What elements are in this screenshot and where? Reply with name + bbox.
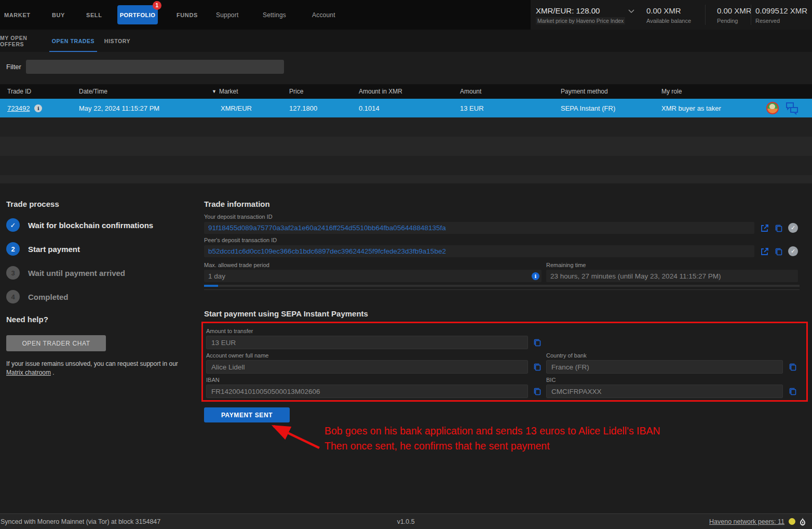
trade-id-link[interactable]: 723492 (7, 104, 30, 112)
table-row[interactable]: 723492 i May 22, 2024 11:15:27 PM XMR/EU… (0, 99, 812, 117)
copy-amount-icon[interactable] (533, 338, 542, 347)
account-owner-field: Alice Lidell (206, 360, 528, 374)
col-my-role[interactable]: My role (661, 88, 812, 95)
support-help-text: If your issue remains unsolved, you can … (6, 360, 183, 377)
sync-status: Synced with Monero Mainnet (via Tor) at … (1, 514, 160, 529)
step-1-check-icon: ✓ (6, 218, 20, 232)
step-2-label: Start payment (28, 245, 80, 254)
portfolio-notification-badge: 1 (153, 1, 161, 10)
divider (705, 5, 706, 25)
copy-icon[interactable] (774, 223, 783, 233)
support-help-line1: If your issue remains unsolved, you can … (6, 360, 183, 368)
balance-reserved-value: 0.099512 XMR (755, 6, 807, 15)
empty-table-row (0, 156, 812, 175)
trader-chat-icon[interactable] (785, 101, 799, 115)
trade-process-title: Trade process (6, 200, 59, 208)
nav-sell[interactable]: SELL (86, 0, 102, 30)
annotation-line-1: Bob goes on his bank application and sen… (324, 424, 660, 439)
trade-id-cell: 723492 i (7, 104, 79, 112)
empty-table-row (0, 117, 812, 137)
empty-table-row (0, 137, 812, 156)
col-market-label: Market (219, 88, 238, 95)
remaining-time-label: Remaining time (546, 262, 586, 268)
tab-open-trades[interactable]: OPEN TRADES (48, 30, 99, 52)
amount-to-transfer-field: 13 EUR (206, 336, 528, 349)
tab-history[interactable]: HISTORY (99, 30, 136, 52)
market-cell: XMR/EUR (212, 104, 289, 112)
open-trader-chat-button[interactable]: OPEN TRADER CHAT (6, 335, 106, 351)
step-4-number: 4 (6, 290, 20, 303)
verified-check-icon (788, 246, 798, 256)
step-3-number: 3 (6, 266, 20, 280)
nav-settings[interactable]: Settings (263, 0, 286, 30)
nav-support[interactable]: Support (216, 0, 238, 30)
chevron-down-icon (628, 9, 634, 14)
market-price-widget: XMR/EUR: 128.00 Market price by Haveno P… (531, 0, 812, 30)
balance-pending-value: 0.00 XMR (717, 6, 752, 15)
copy-country-icon[interactable] (788, 362, 797, 372)
col-date-time[interactable]: Date/Time (79, 88, 212, 95)
top-navigation: MARKET BUY SELL PORTFOLIO 1 FUNDS Suppor… (0, 0, 812, 30)
iban-field: FR1420041010050500013M02606 (206, 385, 528, 398)
copy-owner-icon[interactable] (533, 362, 542, 372)
haveno-app: MARKET BUY SELL PORTFOLIO 1 FUNDS Suppor… (0, 0, 812, 529)
trade-period-progress-fill (204, 285, 218, 287)
balance-available-label: Available balance (646, 18, 691, 24)
app-version: v1.0.5 (397, 514, 415, 529)
portfolio-subtabs: MY OPEN OFFERS OPEN TRADES HISTORY (0, 30, 812, 52)
matrix-chatroom-link[interactable]: Matrix chatroom (6, 369, 51, 376)
start-payment-title: Start payment using SEPA Instant Payment… (204, 309, 368, 318)
status-bar: Synced with Monero Mainnet (via Tor) at … (0, 513, 812, 529)
filter-input[interactable] (26, 60, 284, 74)
nav-portfolio[interactable]: PORTFOLIO 1 (117, 5, 158, 24)
step-wait-confirmations: ✓ Wait for blockchain confirmations (6, 218, 153, 232)
nav-buy[interactable]: BUY (52, 0, 65, 30)
your-txid-actions (760, 223, 798, 233)
verified-check-icon (788, 223, 798, 233)
step-start-payment: 2 Start payment (6, 242, 80, 256)
country-of-bank-label: Country of bank (546, 352, 587, 359)
amount-xmr-cell: 0.1014 (359, 104, 460, 112)
copy-icon[interactable] (774, 247, 783, 256)
external-link-icon[interactable] (760, 247, 769, 256)
support-help-suffix: . (51, 369, 55, 376)
col-amount[interactable]: Amount (460, 88, 561, 95)
your-txid-label: Your deposit transaction ID (204, 214, 273, 220)
trade-period-info-icon[interactable]: i (532, 272, 539, 280)
col-trade-id[interactable]: Trade ID (7, 88, 79, 95)
tab-my-open-offers[interactable]: MY OPEN OFFERS (0, 30, 48, 52)
trade-information-title: Trade information (204, 200, 270, 208)
nav-market[interactable]: MARKET (4, 0, 31, 30)
max-trade-period-field: 1 day (204, 270, 542, 282)
remaining-time-field: 23 hours, 27 minutes (until May 23, 2024… (546, 270, 798, 282)
network-peers-link[interactable]: Haveno network peers: 11 (709, 518, 784, 525)
nav-account[interactable]: Account (312, 0, 335, 30)
step-1-label: Wait for blockchain confirmations (28, 221, 153, 230)
your-txid-field: 91f18455d089a75770a3af2a1e60a2416ff254d5… (204, 222, 754, 234)
external-link-icon[interactable] (760, 223, 769, 233)
connection-status-icon (789, 518, 795, 525)
nav-portfolio-label: PORTFOLIO (120, 12, 156, 18)
step-4-label: Completed (28, 293, 69, 301)
max-trade-period-label: Max. allowed trade period (204, 262, 269, 268)
col-price[interactable]: Price (289, 88, 359, 95)
copy-iban-icon[interactable] (533, 387, 542, 396)
col-payment-method[interactable]: Payment method (561, 88, 661, 95)
step-2-number: 2 (6, 242, 20, 256)
trade-period-progress-bar (204, 285, 800, 287)
date-time-cell: May 22, 2024 11:15:27 PM (79, 104, 212, 112)
sort-desc-icon: ▼ (212, 89, 216, 94)
col-amount-in-xmr[interactable]: Amount in XMR (359, 88, 460, 95)
copy-bic-icon[interactable] (788, 387, 797, 396)
nav-funds[interactable]: FUNDS (177, 0, 198, 30)
info-icon[interactable]: i (34, 104, 42, 112)
divider (751, 5, 751, 25)
market-price-selector[interactable]: XMR/EUR: 128.00 Market price by Haveno P… (531, 0, 640, 30)
market-price-value: XMR/EUR: 128.00 (536, 6, 600, 15)
col-market[interactable]: ▼ Market (212, 88, 289, 95)
market-price-source: Market price by Haveno Price Index (536, 17, 625, 24)
need-help-title: Need help? (6, 315, 48, 324)
payment-sent-button[interactable]: PAYMENT SENT (204, 407, 290, 422)
step-3-label: Wait until payment arrived (28, 269, 125, 277)
peer-avatar[interactable] (766, 102, 779, 114)
